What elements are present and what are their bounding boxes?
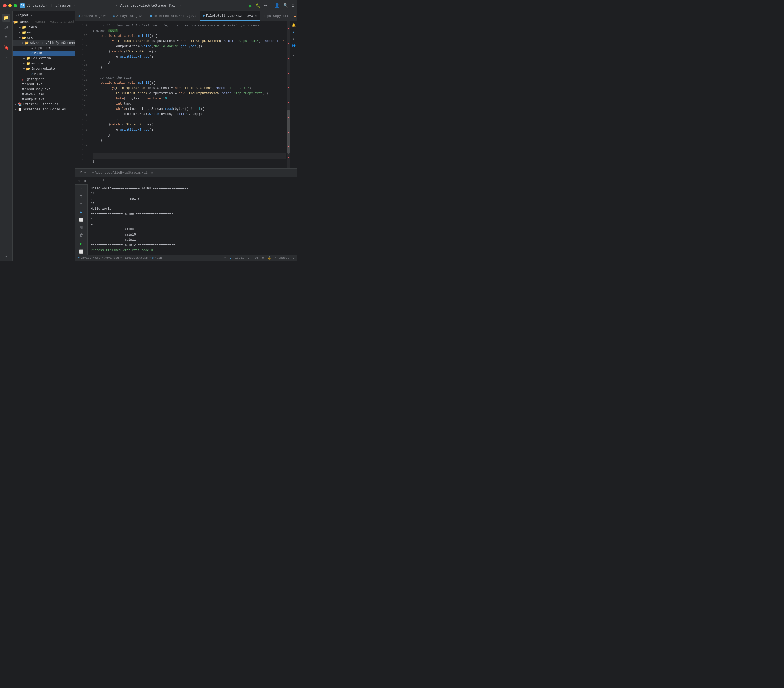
code-editor[interactable]: // if I just want to tail the file, I ca… — [89, 21, 286, 168]
status-position[interactable]: 188:1 — [235, 256, 244, 260]
tree-item-inputtxt[interactable]: ▶ ≡ input.txt — [13, 46, 75, 51]
sidebar-item-project[interactable]: 📁 — [2, 13, 10, 22]
tree-item-src[interactable]: ▼ 📂 src — [13, 35, 75, 40]
sidebar-item-more[interactable]: ⋯ — [2, 53, 10, 61]
status-indent[interactable]: 4 spaces — [275, 256, 289, 260]
branch-selector[interactable]: ⎇ master ▼ — [55, 4, 75, 8]
file-icon: ▭ — [116, 4, 118, 8]
file-tree[interactable]: ▼ 📂 JavaSE ~/Desktop/CS/JavaSE基础/ ▶ 📁 .i… — [13, 19, 75, 261]
status-lf[interactable]: LF — [248, 256, 251, 260]
tab-run-config[interactable]: ▭ Advanced.FileByteStream.Main ✕ — [89, 169, 155, 177]
tree-item-outputtxt[interactable]: ▶ ≡ output.txt — [13, 97, 75, 102]
share-icon[interactable]: ↗ — [293, 256, 295, 260]
code-line: } — [92, 132, 286, 138]
divider — [290, 51, 296, 51]
sidebar-item-ai[interactable]: ✦ — [2, 252, 10, 261]
java-icon: ⊙ — [31, 51, 33, 55]
stop-icon[interactable]: ■ — [83, 178, 87, 183]
tree-item-scratches[interactable]: ▶ 📋 Scratches and Consoles — [13, 107, 75, 112]
code-line: } — [92, 65, 286, 70]
git-icon: ◎ — [22, 77, 24, 81]
user-icon[interactable]: 👤 — [275, 3, 280, 8]
notifications-icon[interactable]: 🔔 — [291, 22, 296, 28]
terminal-exit-line: Process finished with exit code 0 — [91, 248, 294, 253]
sidebar-item-vcs[interactable]: ⎇ — [2, 23, 10, 32]
more-toolbar-icon[interactable]: ⋮ — [100, 178, 106, 183]
copilot-icon[interactable]: ⊛ — [292, 36, 295, 42]
settings-icon[interactable]: ⚙ — [292, 3, 294, 8]
up-arrow-icon[interactable]: ↑ — [78, 186, 85, 192]
play-icon[interactable]: ▶ — [78, 209, 85, 215]
ai-icon[interactable]: ✦ — [292, 29, 295, 35]
minimize-button[interactable] — [8, 4, 12, 7]
type-icon[interactable]: T — [78, 194, 85, 200]
delete-icon[interactable]: 🗑 — [78, 232, 85, 238]
tab-icon: ⊙ — [78, 14, 80, 18]
status-encoding[interactable]: UTF-8 — [255, 256, 264, 260]
tab-filebytestream[interactable]: FileByteStream/Main.java ✕ — [200, 12, 260, 21]
sidebar-item-bookmark[interactable]: 🔖 — [2, 43, 10, 52]
bookmark-list-icon[interactable]: ≡ — [292, 53, 295, 58]
terminal-line: e — [91, 222, 294, 227]
tab-intermediate[interactable]: Intermediate/Main.java — [147, 12, 200, 21]
tree-item-root-inputtxt[interactable]: ▶ ≡ input.txt — [13, 82, 75, 87]
screen-icon[interactable]: ⬜ — [78, 217, 85, 223]
editor-scrollbar[interactable] — [286, 21, 290, 168]
sidebar-item-structure[interactable]: ≡ — [2, 33, 10, 42]
more-options-icon[interactable]: ⋯ — [264, 3, 267, 8]
iml-icon: ≡ — [22, 92, 24, 96]
users-icon[interactable]: 👥 — [291, 43, 296, 48]
close-tab-icon[interactable]: ✕ — [255, 14, 257, 18]
list-icon[interactable]: ≡ — [78, 202, 85, 207]
tree-item-intermediate-main[interactable]: ▶ ⊙ Main — [13, 71, 75, 77]
tab-arraylist[interactable]: ⊙ ArrayList.java — [110, 12, 147, 21]
expand-arrow-icon: ▶ — [18, 26, 22, 29]
code-line: FileOutputStream outputStream = new File… — [92, 91, 286, 96]
rerun-icon[interactable]: ↺ — [77, 178, 81, 183]
tree-item-javase[interactable]: ▼ 📂 JavaSE ~/Desktop/CS/JavaSE基础/ — [13, 19, 75, 25]
tree-item-main[interactable]: ▶ ⊙ Main — [13, 51, 75, 56]
code-line: } — [92, 138, 286, 143]
run-button[interactable]: ▶ — [249, 3, 252, 8]
close-button[interactable] — [3, 4, 7, 7]
tab-main-java[interactable]: ⊙ src/Main.java — [75, 12, 110, 21]
tab-run[interactable]: Run — [77, 169, 89, 177]
copy-icon[interactable]: ⎘ — [78, 225, 85, 230]
breadcrumb-fbs: FileByteStream — [123, 256, 148, 260]
tree-item-out[interactable]: ▶ 📁 out — [13, 30, 75, 35]
run-config-icon: ▭ — [92, 171, 94, 174]
tree-label: Advanced.FileByteStream — [30, 41, 75, 45]
tree-item-collection[interactable]: ▶ 📁 Collection — [13, 56, 75, 61]
project-selector[interactable]: JS JS JavaSE ▼ — [20, 3, 48, 8]
tab-bar-warnings: ▲ 23 ● 3 ▼ — [292, 14, 297, 18]
scrollbar-track[interactable] — [287, 21, 290, 168]
editor-section: ⊙ src/Main.java ⊙ ArrayList.java Interme… — [75, 12, 297, 261]
tree-item-advanced[interactable]: ▼ 📂 Advanced.FileByteStream — [13, 40, 75, 46]
warning-icon: ▲ — [294, 14, 296, 18]
tree-item-intermediate[interactable]: ▼ 📂 Intermediate — [13, 66, 75, 71]
chevron-down-icon: ▼ — [46, 4, 48, 7]
tree-label: entity — [31, 62, 43, 66]
debug-run-icon[interactable]: ⬜ — [78, 249, 85, 255]
filter-icon[interactable]: ⬆ — [95, 178, 99, 183]
tree-item-idea[interactable]: ▶ 📁 .idea — [13, 25, 75, 30]
terminal-line: ↓ ================= main7 ==============… — [91, 196, 294, 202]
tree-item-external-libs[interactable]: ▶ 📚 External Libraries — [13, 102, 75, 107]
tree-item-inputcopytxt[interactable]: ▶ ≡ inputCopy.txt — [13, 87, 75, 92]
tab-dot — [203, 15, 205, 17]
maximize-button[interactable] — [13, 4, 17, 7]
breadcrumb-sep: > — [92, 256, 94, 260]
tree-item-iml[interactable]: ▶ ≡ JavaSE.iml — [13, 92, 75, 97]
tab-inputcopy[interactable]: inputCopy.txt — [260, 12, 292, 21]
run-again-icon[interactable]: ▶ — [78, 241, 85, 247]
debug-icon[interactable]: 🐛 — [255, 3, 260, 8]
tab-bar: ⊙ src/Main.java ⊙ ArrayList.java Interme… — [75, 12, 297, 21]
close-run-tab-icon[interactable]: ✕ — [151, 171, 153, 174]
scrollbar-thumb[interactable] — [287, 110, 290, 154]
tree-label: Scratches and Consoles — [23, 108, 66, 111]
tree-item-gitignore[interactable]: ▶ ◎ .gitignore — [13, 77, 75, 82]
tree-label: JavaSE ~/Desktop/CS/JavaSE基础/ — [19, 20, 75, 24]
tree-item-entity[interactable]: ▶ 📁 entity — [13, 61, 75, 66]
scroll-to-end-icon[interactable]: ⬇ — [89, 178, 93, 183]
search-icon[interactable]: 🔍 — [283, 3, 288, 8]
